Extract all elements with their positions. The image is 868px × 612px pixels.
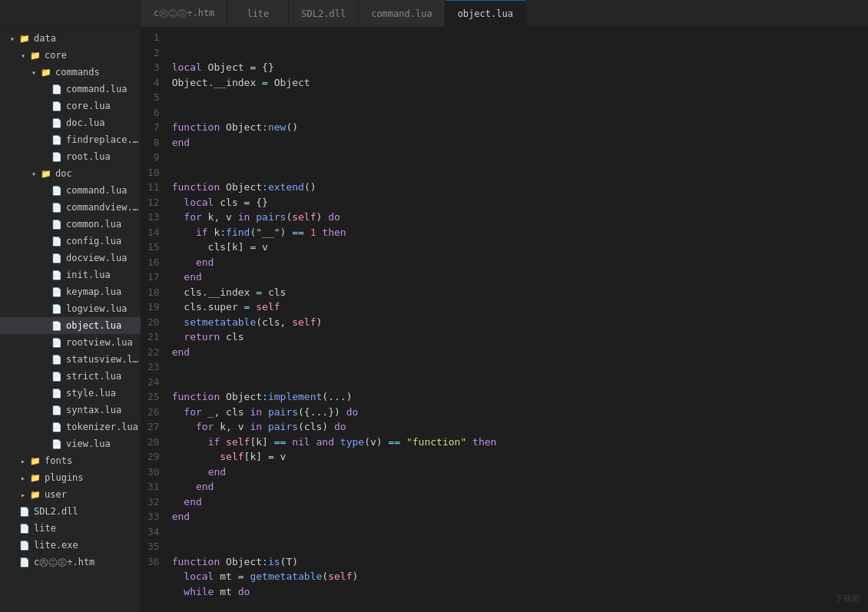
sidebar-item-label: syntax.lua (66, 405, 141, 415)
editor-area[interactable]: 1234567891011121314151617181920212223242… (141, 27, 868, 612)
code-line-23: function Object:implement(...) (172, 389, 868, 405)
line-number-14: 14 (147, 225, 160, 240)
token-kw: for (196, 421, 214, 432)
token-kw: end (184, 271, 201, 283)
code-line-18: setmetatable(cls, self) (172, 315, 868, 330)
sidebar-item-label: statusview.lua (66, 354, 141, 365)
line-number-7: 7 (147, 120, 160, 135)
sidebar-item-commands[interactable]: ▾📁commands (0, 64, 141, 81)
sidebar-item-doc-lua[interactable]: 📄doc.lua (0, 114, 141, 131)
token-punct: : (220, 227, 226, 238)
sidebar-item-command-lua-2[interactable]: 📄command.lua (0, 182, 141, 199)
sidebar-item-chinese-htm[interactable]: 📄c㊅㊁㊂÷.htm (0, 554, 141, 571)
file-icon: 📄 (18, 541, 31, 551)
sidebar-item-strict-lua[interactable]: 📄strict.lua (0, 368, 141, 385)
sidebar-item-logview-lua[interactable]: 📄logview.lua (0, 300, 141, 317)
token-self-kw: self (226, 436, 250, 448)
token-plain (334, 436, 340, 448)
line-number-26: 26 (147, 405, 160, 420)
sidebar-item-fonts[interactable]: ▸📁fonts (0, 452, 141, 469)
line-number-25: 25 (147, 389, 160, 405)
sidebar-item-commandview-lua[interactable]: 📄commandview.lua (0, 199, 141, 216)
token-plain: Object (220, 556, 262, 567)
sidebar-item-init-lua[interactable]: 📄init.lua (0, 266, 141, 283)
token-plain: Object (220, 121, 262, 133)
sidebar-item-data[interactable]: ▾📁data (0, 30, 141, 47)
token-kw: for (184, 211, 201, 223)
sidebar-item-label: root.lua (66, 151, 141, 162)
token-op: == (274, 436, 287, 448)
sidebar-item-label: data (34, 33, 141, 44)
tab-chinese-htm[interactable]: c㊅㊁㊂÷.htm (141, 0, 227, 27)
sidebar-item-object-lua[interactable]: 📄object.lua (0, 317, 141, 334)
tab-sdl2-dll[interactable]: SDL2.dll (289, 0, 359, 27)
sidebar-item-doc[interactable]: ▾📁doc (0, 165, 141, 182)
file-icon: 📄 (51, 321, 63, 331)
token-plain: ({...}) (298, 406, 346, 418)
sidebar-item-rootview-lua[interactable]: 📄rootview.lua (0, 334, 141, 351)
sidebar-item-style-lua[interactable]: 📄style.lua (0, 385, 141, 402)
sidebar-item-findreplace-lua[interactable]: 📄findreplace.lua (0, 131, 141, 148)
token-punct: : (262, 556, 268, 567)
token-plain: cls[k] = v (172, 241, 268, 253)
sidebar-item-common-lua[interactable]: 📄common.lua (0, 216, 141, 233)
token-kw: in (250, 406, 262, 418)
line-number-12: 12 (147, 195, 160, 210)
sidebar-item-label: commands (55, 67, 141, 78)
sidebar-item-lite-exe[interactable]: 📄lite.exe (0, 537, 141, 554)
token-kw: end (172, 511, 190, 522)
sidebar-item-core[interactable]: ▾📁core (0, 47, 141, 64)
token-plain: (v) (364, 436, 388, 448)
sidebar-item-statusview-lua[interactable]: 📄statusview.lua (0, 351, 141, 368)
tab-lite[interactable]: lite (227, 0, 289, 27)
line-number-32: 32 (147, 495, 160, 510)
token-kw: return (184, 331, 220, 342)
sidebar-item-plugins[interactable]: ▸📁plugins (0, 469, 141, 486)
sidebar-item-core-lua[interactable]: 📄core.lua (0, 98, 141, 114)
token-kw: do (238, 586, 250, 597)
line-number-35: 35 (147, 539, 160, 554)
line-numbers: 1234567891011121314151617181920212223242… (141, 27, 166, 612)
sidebar-item-syntax-lua[interactable]: 📄syntax.lua (0, 402, 141, 418)
sidebar-item-view-lua[interactable]: 📄view.lua (0, 435, 141, 452)
token-self-kw: self (292, 316, 316, 328)
tab-command-lua[interactable]: command.lua (359, 0, 445, 27)
file-icon: 📄 (51, 186, 63, 196)
file-icon: 📄 (18, 557, 31, 567)
code-line-35: local mt = getmetatable(self) (172, 569, 868, 584)
token-fn: pairs (268, 406, 298, 418)
token-plain (262, 421, 268, 432)
sidebar-item-user[interactable]: ▸📁user (0, 486, 141, 503)
sidebar-item-label: commandview.lua (66, 202, 141, 213)
token-plain: (cls) (298, 421, 334, 432)
sidebar-item-keymap-lua[interactable]: 📄keymap.lua (0, 283, 141, 300)
code-line-3 (172, 90, 868, 105)
tab-object-lua[interactable]: object.lua (446, 0, 526, 27)
line-number-30: 30 (147, 465, 160, 480)
sidebar-item-label: SDL2.dll (34, 506, 141, 517)
line-number-8: 8 (147, 135, 160, 151)
line-number-34: 34 (147, 524, 160, 540)
token-plain (172, 481, 196, 492)
sidebar-item-label: findreplace.lua (66, 134, 141, 145)
folder-icon: 📁 (29, 473, 41, 483)
sidebar-item-SDL2-dll[interactable]: 📄SDL2.dll (0, 503, 141, 520)
sidebar-item-label: command.lua (66, 84, 141, 94)
file-icon: 📄 (51, 270, 63, 280)
token-plain: _, cls (202, 406, 250, 418)
token-fn: type (340, 436, 364, 448)
sidebar-item-label: init.lua (66, 270, 141, 280)
token-kw: for (184, 406, 201, 418)
sidebar-item-command-lua-1[interactable]: 📄command.lua (0, 81, 141, 98)
sidebar-item-docview-lua[interactable]: 📄docview.lua (0, 250, 141, 266)
sidebar-item-tokenizer-lua[interactable]: 📄tokenizer.lua (0, 418, 141, 435)
token-fn: pairs (256, 211, 286, 223)
sidebar-item-lite-file[interactable]: 📄lite (0, 520, 141, 537)
code-line-8 (172, 165, 868, 180)
sidebar-item-label: lite.exe (34, 540, 141, 551)
sidebar-item-root-lua[interactable]: 📄root.lua (0, 148, 141, 165)
token-plain: mt = (214, 571, 250, 582)
token-kw: function (172, 391, 220, 402)
sidebar-item-config-lua[interactable]: 📄config.lua (0, 233, 141, 250)
file-icon: 📄 (51, 253, 63, 263)
